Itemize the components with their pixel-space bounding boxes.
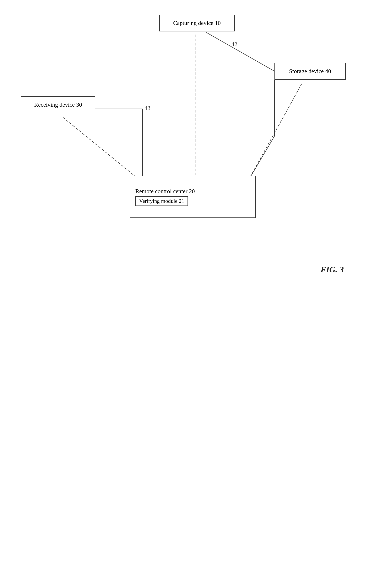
fig3-label: FIG. 3	[321, 265, 344, 274]
fig3-label-42: 42	[231, 41, 237, 48]
fig3-receiving-label: Receiving device 30	[34, 102, 82, 108]
fig3-remote-label: Remote control center 20	[135, 188, 195, 195]
fig3-verifying-label: Verifying module 21	[139, 198, 184, 204]
fig3-capturing-box: Capturing device 10	[159, 15, 235, 31]
svg-line-6	[247, 136, 274, 182]
fig3-svg	[0, 0, 392, 287]
fig3-capturing-label: Capturing device 10	[173, 20, 221, 26]
page: Capturing device 10 Receiving device 30 …	[0, 0, 392, 574]
fig3-storage-box: Storage device 40	[274, 63, 346, 80]
fig3-verifying-box: Verifying module 21	[135, 196, 188, 206]
svg-line-4	[63, 117, 143, 182]
fig3-remote-box: Remote control center 20 Verifying modul…	[130, 176, 256, 218]
svg-line-7	[247, 84, 302, 182]
fig3-label-43: 43	[144, 105, 150, 111]
svg-line-1	[206, 32, 274, 71]
fig3-section: Capturing device 10 Receiving device 30 …	[0, 0, 392, 287]
fig3-receiving-box: Receiving device 30	[21, 96, 95, 113]
fig3-storage-label: Storage device 40	[289, 68, 331, 75]
